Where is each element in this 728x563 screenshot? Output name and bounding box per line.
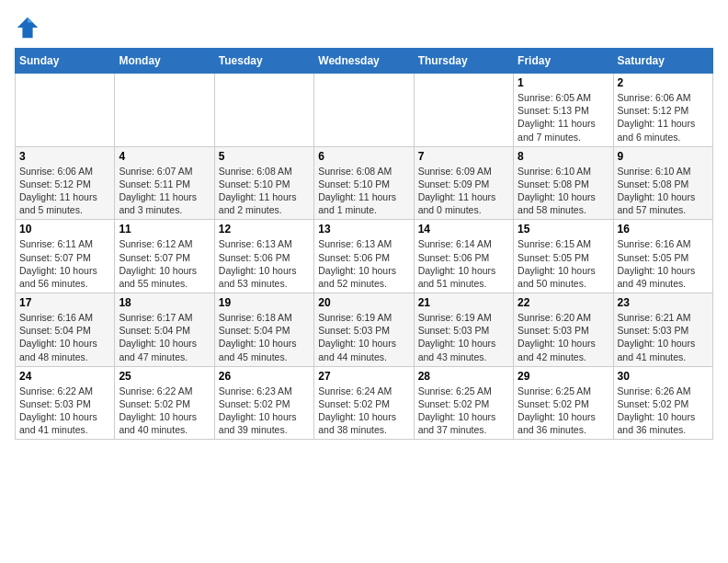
day-info: Sunrise: 6:23 AMSunset: 5:02 PMDaylight:… [219,385,310,437]
calendar-empty-cell [314,74,414,147]
calendar-day-16: 16Sunrise: 6:16 AMSunset: 5:05 PMDayligh… [613,220,712,293]
weekday-header-saturday: Saturday [613,49,712,74]
calendar-empty-cell [214,74,313,147]
day-number: 25 [119,370,210,383]
day-info: Sunrise: 6:25 AMSunset: 5:02 PMDaylight:… [418,385,509,437]
page-header [15,15,713,40]
calendar-day-7: 7Sunrise: 6:09 AMSunset: 5:09 PMDaylight… [414,146,513,220]
calendar-day-5: 5Sunrise: 6:08 AMSunset: 5:10 PMDaylight… [214,146,313,220]
calendar-day-11: 11Sunrise: 6:12 AMSunset: 5:07 PMDayligh… [115,220,214,293]
calendar-day-19: 19Sunrise: 6:18 AMSunset: 5:04 PMDayligh… [214,293,313,367]
day-number: 19 [219,296,310,309]
day-info: Sunrise: 6:21 AMSunset: 5:03 PMDaylight:… [618,311,709,363]
day-info: Sunrise: 6:17 AMSunset: 5:04 PMDaylight:… [119,311,210,363]
day-info: Sunrise: 6:11 AMSunset: 5:07 PMDaylight:… [19,237,110,290]
calendar-day-22: 22Sunrise: 6:20 AMSunset: 5:03 PMDayligh… [514,293,613,367]
day-info: Sunrise: 6:18 AMSunset: 5:04 PMDaylight:… [219,311,310,363]
calendar-day-20: 20Sunrise: 6:19 AMSunset: 5:03 PMDayligh… [314,293,414,367]
day-number: 29 [518,370,609,383]
day-info: Sunrise: 6:09 AMSunset: 5:09 PMDaylight:… [418,165,509,217]
logo-icon [15,15,40,40]
calendar-day-4: 4Sunrise: 6:07 AMSunset: 5:11 PMDaylight… [115,146,214,220]
calendar-day-24: 24Sunrise: 6:22 AMSunset: 5:03 PMDayligh… [16,366,115,440]
day-info: Sunrise: 6:08 AMSunset: 5:10 PMDaylight:… [318,165,409,217]
day-number: 9 [618,150,709,163]
calendar-day-14: 14Sunrise: 6:14 AMSunset: 5:06 PMDayligh… [414,220,513,293]
calendar-day-1: 1Sunrise: 6:05 AMSunset: 5:13 PMDaylight… [514,74,613,147]
calendar-week-3: 10Sunrise: 6:11 AMSunset: 5:07 PMDayligh… [16,220,713,293]
day-number: 17 [19,296,110,309]
day-info: Sunrise: 6:16 AMSunset: 5:04 PMDaylight:… [19,311,110,363]
day-info: Sunrise: 6:13 AMSunset: 5:06 PMDaylight:… [318,237,409,290]
calendar-day-2: 2Sunrise: 6:06 AMSunset: 5:12 PMDaylight… [613,74,712,147]
weekday-header-friday: Friday [514,49,613,74]
logo [15,15,44,40]
calendar-empty-cell [414,74,513,147]
calendar-table: SundayMondayTuesdayWednesdayThursdayFrid… [15,48,713,440]
calendar-week-5: 24Sunrise: 6:22 AMSunset: 5:03 PMDayligh… [16,366,713,440]
day-info: Sunrise: 6:06 AMSunset: 5:12 PMDaylight:… [618,91,709,144]
weekday-header-tuesday: Tuesday [214,49,313,74]
day-info: Sunrise: 6:22 AMSunset: 5:03 PMDaylight:… [19,385,110,437]
day-info: Sunrise: 6:08 AMSunset: 5:10 PMDaylight:… [219,165,310,217]
day-info: Sunrise: 6:22 AMSunset: 5:02 PMDaylight:… [119,385,210,437]
day-number: 5 [219,150,310,163]
day-number: 24 [19,370,110,383]
calendar-day-23: 23Sunrise: 6:21 AMSunset: 5:03 PMDayligh… [613,293,712,367]
day-info: Sunrise: 6:12 AMSunset: 5:07 PMDaylight:… [119,237,210,290]
day-info: Sunrise: 6:19 AMSunset: 5:03 PMDaylight:… [318,311,409,363]
calendar-day-12: 12Sunrise: 6:13 AMSunset: 5:06 PMDayligh… [214,220,313,293]
calendar-day-3: 3Sunrise: 6:06 AMSunset: 5:12 PMDaylight… [16,146,115,220]
day-number: 15 [518,223,609,236]
calendar-day-17: 17Sunrise: 6:16 AMSunset: 5:04 PMDayligh… [16,293,115,367]
day-number: 6 [318,150,409,163]
calendar-day-26: 26Sunrise: 6:23 AMSunset: 5:02 PMDayligh… [214,366,313,440]
weekday-header-thursday: Thursday [414,49,513,74]
day-number: 3 [19,150,110,163]
day-info: Sunrise: 6:16 AMSunset: 5:05 PMDaylight:… [618,237,709,290]
calendar-day-30: 30Sunrise: 6:26 AMSunset: 5:02 PMDayligh… [613,366,712,440]
calendar-empty-cell [16,74,115,147]
calendar-day-13: 13Sunrise: 6:13 AMSunset: 5:06 PMDayligh… [314,220,414,293]
day-info: Sunrise: 6:13 AMSunset: 5:06 PMDaylight:… [219,237,310,290]
weekday-header-sunday: Sunday [16,49,115,74]
calendar-week-4: 17Sunrise: 6:16 AMSunset: 5:04 PMDayligh… [16,293,713,367]
calendar-day-29: 29Sunrise: 6:25 AMSunset: 5:02 PMDayligh… [514,366,613,440]
day-number: 21 [418,296,509,309]
calendar-header-row: SundayMondayTuesdayWednesdayThursdayFrid… [16,49,713,74]
day-info: Sunrise: 6:15 AMSunset: 5:05 PMDaylight:… [518,237,609,290]
calendar-week-2: 3Sunrise: 6:06 AMSunset: 5:12 PMDaylight… [16,146,713,220]
day-number: 2 [618,76,709,89]
calendar-day-15: 15Sunrise: 6:15 AMSunset: 5:05 PMDayligh… [514,220,613,293]
day-info: Sunrise: 6:05 AMSunset: 5:13 PMDaylight:… [518,91,609,144]
day-number: 10 [19,223,110,236]
day-info: Sunrise: 6:06 AMSunset: 5:12 PMDaylight:… [19,165,110,217]
day-info: Sunrise: 6:25 AMSunset: 5:02 PMDaylight:… [518,385,609,437]
day-number: 20 [318,296,409,309]
day-number: 22 [518,296,609,309]
day-info: Sunrise: 6:19 AMSunset: 5:03 PMDaylight:… [418,311,509,363]
day-number: 1 [518,76,609,89]
calendar-day-8: 8Sunrise: 6:10 AMSunset: 5:08 PMDaylight… [514,146,613,220]
day-number: 30 [618,370,709,383]
calendar-week-1: 1Sunrise: 6:05 AMSunset: 5:13 PMDaylight… [16,74,713,147]
day-info: Sunrise: 6:14 AMSunset: 5:06 PMDaylight:… [418,237,509,290]
day-number: 4 [119,150,210,163]
calendar-day-25: 25Sunrise: 6:22 AMSunset: 5:02 PMDayligh… [115,366,214,440]
calendar-day-27: 27Sunrise: 6:24 AMSunset: 5:02 PMDayligh… [314,366,414,440]
calendar-day-28: 28Sunrise: 6:25 AMSunset: 5:02 PMDayligh… [414,366,513,440]
weekday-header-monday: Monday [115,49,214,74]
day-info: Sunrise: 6:24 AMSunset: 5:02 PMDaylight:… [318,385,409,437]
day-number: 12 [219,223,310,236]
calendar-day-9: 9Sunrise: 6:10 AMSunset: 5:08 PMDaylight… [613,146,712,220]
day-number: 13 [318,223,409,236]
day-info: Sunrise: 6:10 AMSunset: 5:08 PMDaylight:… [518,165,609,217]
day-number: 23 [618,296,709,309]
day-info: Sunrise: 6:10 AMSunset: 5:08 PMDaylight:… [618,165,709,217]
svg-marker-1 [28,17,33,23]
day-number: 7 [418,150,509,163]
day-info: Sunrise: 6:07 AMSunset: 5:11 PMDaylight:… [119,165,210,217]
calendar-empty-cell [115,74,214,147]
day-info: Sunrise: 6:20 AMSunset: 5:03 PMDaylight:… [518,311,609,363]
day-number: 14 [418,223,509,236]
